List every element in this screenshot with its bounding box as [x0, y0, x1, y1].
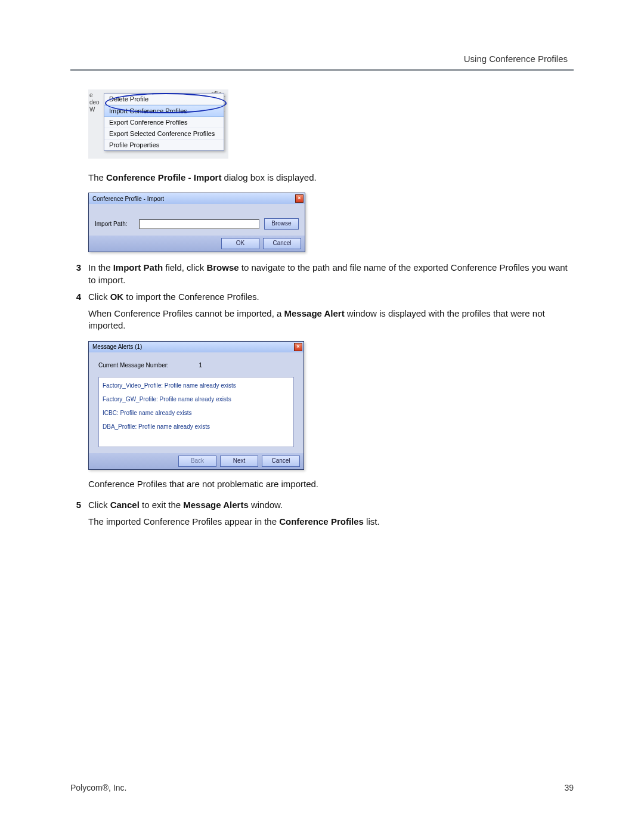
step-5-para2: The imported Conference Profiles appear … — [88, 516, 574, 528]
list-item: Factory_GW_Profile: Profile name already… — [103, 395, 290, 408]
sentence-import-dialog: The Conference Profile - Import dialog b… — [88, 172, 574, 184]
step-4-para2: When Conference Profiles cannot be impor… — [88, 308, 574, 332]
next-button[interactable]: Next — [220, 456, 258, 467]
cancel-button[interactable]: Cancel — [263, 238, 301, 249]
footer-company: Polycom®, Inc. — [70, 783, 126, 792]
dialog-title: Message Alerts (1) — [92, 343, 142, 350]
menu-delete-profile[interactable]: Delete Profile — [104, 94, 224, 105]
browse-button[interactable]: Browse — [264, 218, 299, 230]
step-number: 4 — [70, 291, 81, 303]
after-ma-text: Conference Profiles that are not problem… — [88, 478, 574, 490]
back-button[interactable]: Back — [178, 456, 216, 467]
menu-export-profiles[interactable]: Export Conference Profiles — [104, 117, 224, 128]
menu-profile-properties[interactable]: Profile Properties — [104, 140, 224, 150]
menu-import-profiles[interactable]: Import Conference Profiles — [104, 105, 224, 117]
cancel-button[interactable]: Cancel — [262, 456, 300, 467]
step-5: 5 Click Cancel to exit the Message Alert… — [70, 499, 574, 511]
step-4: 4 Click OK to import the Conference Prof… — [70, 291, 574, 303]
step-3: 3 In the Import Path field, click Browse… — [70, 262, 574, 286]
list-item: ICBC: Profile name already exists — [103, 408, 290, 422]
page: Using Conference Profiles e deo W ofile_… — [0, 0, 644, 833]
close-icon[interactable]: × — [294, 343, 302, 351]
context-menu-screenshot: e deo W ofile_ ctory_ tory_ Delete Profi… — [88, 89, 228, 159]
dialog-titlebar: Conference Profile - Import × — [89, 193, 305, 204]
step-number: 3 — [70, 262, 81, 286]
footer-page-number: 39 — [564, 783, 574, 792]
header-rule — [70, 69, 574, 71]
ok-button[interactable]: OK — [221, 238, 259, 249]
import-path-label: Import Path: — [95, 221, 134, 227]
import-path-input[interactable] — [139, 219, 259, 229]
list-item: Factory_Video_Profile: Profile name alre… — [103, 381, 290, 395]
context-menu: Delete Profile Import Conference Profile… — [104, 93, 224, 151]
dialog-title: Conference Profile - Import — [92, 196, 164, 202]
list-item: DBA_Profile: Profile name already exists — [103, 422, 290, 436]
dialog-titlebar: Message Alerts (1) × — [89, 342, 304, 352]
content: e deo W ofile_ ctory_ tory_ Delete Profi… — [70, 89, 574, 537]
menu-export-selected[interactable]: Export Selected Conference Profiles — [104, 128, 224, 140]
step-number: 5 — [70, 499, 81, 511]
message-alerts-dialog: Message Alerts (1) × Current Message Num… — [88, 341, 304, 470]
alert-list: Factory_Video_Profile: Profile name alre… — [98, 377, 294, 447]
close-icon[interactable]: × — [295, 194, 304, 203]
current-message-number: Current Message Number: 1 — [98, 362, 294, 368]
header-chapter: Using Conference Profiles — [464, 54, 568, 64]
import-dialog: Conference Profile - Import × Import Pat… — [88, 193, 305, 252]
